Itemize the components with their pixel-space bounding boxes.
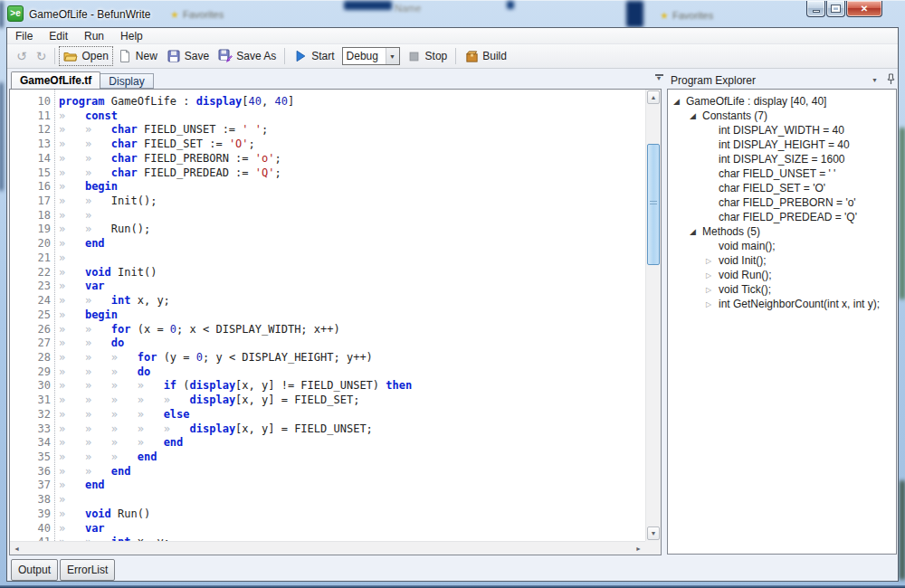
code-line[interactable]: » » char FIELD_PREDEAD := 'Q';: [59, 166, 645, 181]
code-line[interactable]: » var: [59, 280, 645, 294]
pin-icon[interactable]: [887, 73, 895, 88]
code-line[interactable]: » const: [59, 109, 645, 124]
tree-item[interactable]: ◢Constants (7): [668, 109, 896, 123]
new-button[interactable]: New: [113, 46, 162, 66]
code-line[interactable]: » » char FIELD_PREBORN := 'o';: [59, 152, 645, 166]
code-line[interactable]: » » char FIELD_UNSET := ' ';: [59, 123, 645, 138]
code-line[interactable]: » end: [59, 479, 645, 493]
tab-gameoflife-tf[interactable]: GameOfLife.tf: [11, 71, 100, 89]
code-line[interactable]: » begin: [59, 180, 645, 194]
save-button[interactable]: Save: [162, 46, 214, 66]
tree-item[interactable]: ▷void Tick();: [668, 282, 896, 297]
bottom-tab-output[interactable]: Output: [11, 559, 58, 581]
panel-menu-icon[interactable]: ▼: [872, 77, 878, 83]
tab-marker: »: [85, 194, 111, 207]
code-line[interactable]: »: [59, 493, 645, 507]
tree-item[interactable]: int DISPLAY_HEIGHT = 40: [668, 138, 896, 152]
background-window-fragment: [344, 1, 392, 10]
redo-button[interactable]: ↻: [32, 47, 52, 65]
tree-item[interactable]: int DISPLAY_SIZE = 1600: [668, 152, 896, 166]
tree-item[interactable]: ◢Methods (5): [668, 224, 896, 239]
horizontal-scrollbar[interactable]: ◄ ►: [10, 541, 645, 555]
menu-help[interactable]: Help: [112, 28, 151, 43]
plain-token: ,: [262, 95, 274, 108]
tree-item[interactable]: int DISPLAY_WIDTH = 40: [668, 123, 896, 138]
code-line[interactable]: » » » end: [59, 450, 645, 465]
code-line[interactable]: » end: [59, 237, 645, 251]
scroll-left-icon[interactable]: ◄: [14, 545, 20, 552]
code-line[interactable]: program GameOfLife : display[40, 40]: [59, 95, 645, 109]
code-surface[interactable]: program GameOfLife : display[40, 40]» co…: [59, 90, 645, 541]
code-line[interactable]: » » » for (y = 0; y < DISPLAY_HEIGHT; y+…: [59, 351, 645, 365]
client-area: FileEditRunHelp ↺ ↻ Open New Save: [7, 28, 898, 581]
expanded-icon[interactable]: ◢: [673, 97, 686, 106]
code-editor[interactable]: 1011121314151617181920212223242526272829…: [9, 89, 662, 555]
scroll-up-button[interactable]: ▲: [647, 90, 660, 104]
tree-item[interactable]: ◢GameOfLife : display [40, 40]: [668, 94, 896, 109]
code-line[interactable]: » var: [59, 522, 645, 536]
background-favorites-star-icon: ★: [170, 9, 179, 21]
code-line[interactable]: » » » » else: [59, 408, 645, 422]
code-line[interactable]: » » Init();: [59, 194, 645, 209]
vertical-scrollbar[interactable]: ▲ ▼: [645, 90, 661, 541]
open-button[interactable]: Open: [59, 46, 112, 66]
code-line[interactable]: » » char FIELD_SET := 'O';: [59, 138, 645, 152]
collapsed-icon[interactable]: ▷: [706, 300, 719, 308]
vertical-scroll-thumb[interactable]: [647, 144, 660, 265]
menu-file[interactable]: File: [7, 28, 41, 43]
build-button[interactable]: Build: [460, 46, 511, 66]
line-number: 17: [10, 194, 51, 209]
keyword-token: display: [190, 379, 236, 392]
code-line[interactable]: » » » » » display[x, y] = FIELD_SET;: [59, 394, 645, 408]
collapsed-icon[interactable]: ▷: [706, 257, 719, 265]
bottom-tab-errorlist[interactable]: ErrorList: [60, 559, 115, 581]
tree-item[interactable]: ▷void Init();: [668, 253, 896, 268]
chevron-down-icon[interactable]: ▼: [386, 48, 399, 64]
collapsed-icon[interactable]: ▷: [706, 286, 719, 294]
code-line[interactable]: » » int x, y;: [59, 294, 645, 308]
tree-item[interactable]: void main();: [668, 239, 896, 253]
tree-item[interactable]: char FIELD_PREBORN = 'o': [668, 195, 896, 210]
undo-button[interactable]: ↺: [12, 47, 32, 65]
code-line[interactable]: » void Run(): [59, 507, 645, 522]
expanded-icon[interactable]: ◢: [690, 227, 702, 236]
plain-token: Init();: [111, 194, 157, 207]
menu-run[interactable]: Run: [76, 28, 112, 43]
minimize-button[interactable]: [806, 1, 825, 17]
expanded-icon[interactable]: ◢: [690, 111, 702, 120]
scroll-right-icon[interactable]: ►: [635, 545, 642, 552]
collapsed-icon[interactable]: ▷: [706, 271, 719, 280]
start-button[interactable]: Start: [289, 46, 338, 66]
code-line[interactable]: » » » » if (display[x, y] != FIELD_UNSET…: [59, 379, 645, 394]
scroll-down-button[interactable]: ▼: [647, 526, 660, 540]
code-line[interactable]: » » do: [59, 337, 645, 351]
code-line[interactable]: » void Init(): [59, 266, 645, 280]
tab-marker: »: [85, 337, 111, 349]
code-line[interactable]: » » » » end: [59, 436, 645, 450]
menu-edit[interactable]: Edit: [41, 28, 76, 43]
code-line[interactable]: » » for (x = 0; x < DISPLAY_WIDTH; x++): [59, 323, 645, 337]
code-line[interactable]: »: [59, 251, 645, 266]
code-line[interactable]: » » Run();: [59, 223, 645, 237]
tree-item[interactable]: char FIELD_SET = 'O': [668, 181, 896, 195]
tree-item[interactable]: ▷int GetNeighborCount(int x, int y);: [668, 297, 896, 311]
tree-item[interactable]: char FIELD_PREDEAD = 'Q': [668, 210, 896, 224]
code-line[interactable]: » » » do: [59, 365, 645, 380]
tree-item[interactable]: ▷void Run();: [668, 268, 896, 282]
run-mode-combobox[interactable]: Debug ▼: [342, 47, 400, 65]
number-token: 40: [249, 95, 262, 108]
line-number: 30: [10, 379, 51, 394]
tree-item[interactable]: char FIELD_UNSET = ' ': [668, 166, 896, 181]
code-line[interactable]: » »: [59, 209, 645, 223]
tab-list-dropdown[interactable]: ▼: [653, 74, 664, 81]
stop-button[interactable]: Stop: [403, 46, 452, 66]
save-as-button[interactable]: Save As: [214, 46, 281, 66]
background-desktop-fragment: [900, 480, 905, 580]
code-line[interactable]: » » » » » display[x, y] = FIELD_UNSET;: [59, 422, 645, 437]
close-button[interactable]: ✕: [846, 1, 882, 17]
tab-display[interactable]: Display: [100, 73, 153, 89]
code-line[interactable]: » » end: [59, 465, 645, 479]
code-line[interactable]: » begin: [59, 308, 645, 323]
tab-marker: »: [59, 180, 85, 193]
maximize-button[interactable]: [826, 1, 845, 17]
